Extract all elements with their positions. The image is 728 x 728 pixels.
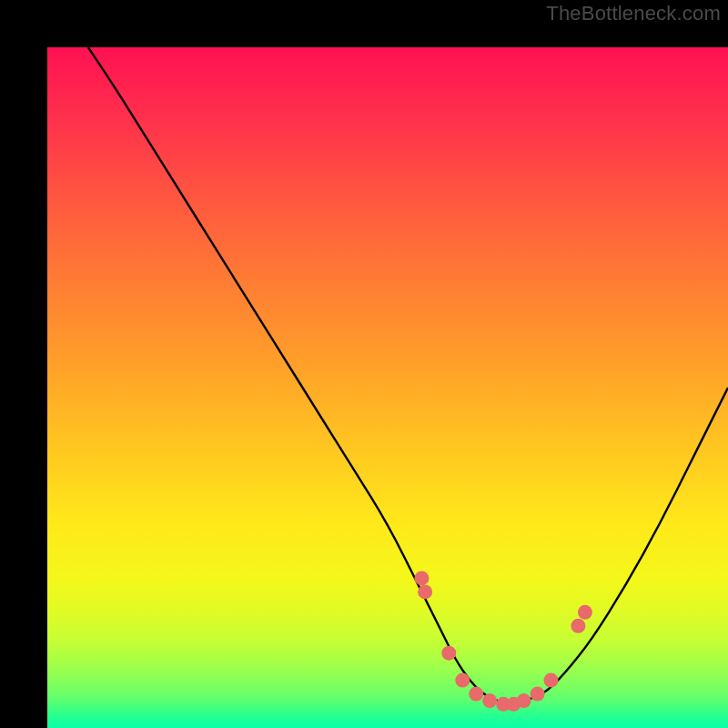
marker-point xyxy=(571,619,585,633)
marker-point xyxy=(578,605,592,620)
marker-point xyxy=(482,693,497,708)
marker-point xyxy=(469,687,483,702)
marker-point xyxy=(455,673,470,688)
watermark-text: TheBottleneck.com xyxy=(546,2,721,25)
marker-point xyxy=(531,687,545,702)
chart-frame xyxy=(0,0,728,728)
marker-point xyxy=(414,571,429,585)
marker-point xyxy=(441,646,456,661)
curve-path xyxy=(88,47,728,703)
marker-point xyxy=(517,693,531,708)
marker-point xyxy=(418,584,432,599)
marker-group xyxy=(414,571,592,711)
bottleneck-curve-svg xyxy=(47,47,728,728)
plot-area xyxy=(47,47,728,728)
marker-point xyxy=(544,673,559,688)
